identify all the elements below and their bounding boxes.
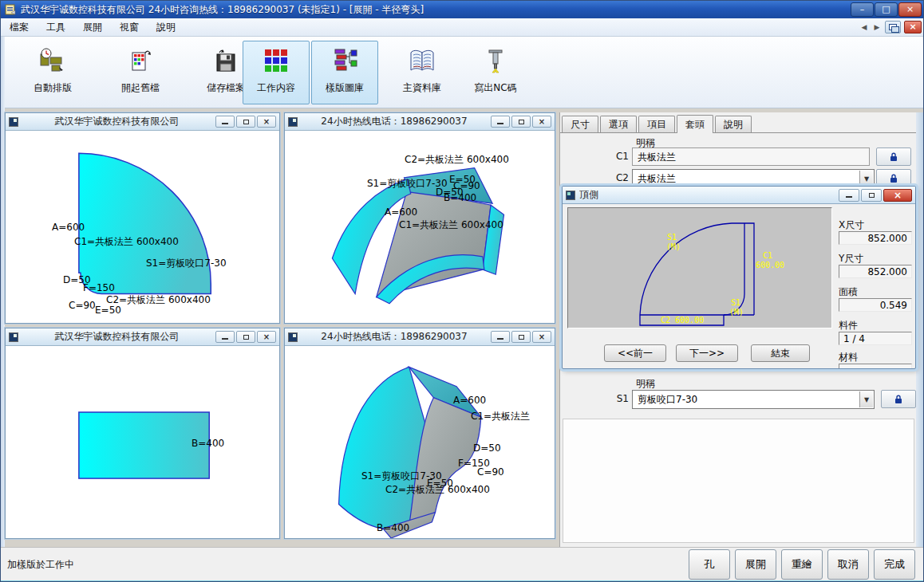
template-library-button[interactable]: 樣版圖庫: [311, 41, 378, 104]
menu-file[interactable]: 檔案: [1, 18, 38, 37]
tab-size[interactable]: 尺寸: [562, 116, 598, 132]
close-button[interactable]: ×: [883, 189, 912, 202]
menu-help[interactable]: 說明: [148, 18, 184, 37]
done-button[interactable]: 完成: [874, 549, 915, 580]
viewport-title-bar[interactable]: 24小时热线电话：18986290037 ×: [285, 113, 555, 131]
drawing-label: C2=共板法兰 600x400: [385, 485, 490, 495]
menu-tools[interactable]: 工具: [38, 18, 74, 37]
save-file-icon: [211, 46, 240, 77]
drawing-label: (M): [666, 243, 681, 252]
menu-window[interactable]: 視窗: [111, 18, 148, 37]
viewport-title-bar[interactable]: 武汉华宇诚数控科技有限公司 ×: [6, 328, 279, 346]
write-nc-button[interactable]: 寫出NC碼: [462, 41, 529, 104]
work-content-button[interactable]: 工作内容: [243, 41, 310, 104]
part-count-field[interactable]: 1 / 4: [839, 332, 912, 345]
c1-value-field[interactable]: 共板法兰: [632, 147, 870, 166]
c1-lock-button[interactable]: [876, 147, 911, 166]
mdi-close-button[interactable]: ×: [904, 21, 922, 33]
close-button[interactable]: ×: [898, 2, 922, 17]
viewport-title-bar[interactable]: 24小时热线电话：18986290037 ×: [285, 328, 555, 346]
main-database-button[interactable]: 主資料庫: [389, 41, 456, 104]
y-size-label: Y尺寸: [839, 252, 863, 265]
minimize-button[interactable]: [839, 189, 859, 202]
drawing-label: S1=剪板咬口7-30: [146, 258, 227, 269]
maximize-button[interactable]: □: [875, 2, 898, 17]
tab-items[interactable]: 項目: [638, 116, 675, 132]
preview-dialog: 頂側 × S1(M)C1600.00S1(M)C2 600.00 X尺寸 852…: [562, 186, 916, 369]
viewport-title-bar[interactable]: 武汉华宇诚数控科技有限公司 ×: [6, 113, 279, 131]
minimize-button[interactable]: –: [851, 2, 874, 17]
main-database-icon: [408, 46, 436, 77]
restore-button[interactable]: [511, 331, 531, 343]
x-size-field[interactable]: 852.000: [839, 231, 912, 245]
finish-button[interactable]: 結束: [751, 344, 810, 362]
cancel-button[interactable]: 取消: [827, 549, 869, 580]
drawing-canvas[interactable]: B=400: [6, 346, 279, 538]
nav-forward-icon[interactable]: ▶: [872, 23, 882, 31]
minimize-button[interactable]: [215, 116, 235, 128]
toolbar-button-label: 開起舊檔: [121, 81, 160, 95]
s1-value: 剪板咬口7-30: [638, 394, 697, 405]
drawing-canvas[interactable]: A=600C1=共板法兰 600x400S1=剪板咬口7-30D=50F=150…: [6, 131, 279, 323]
pattern-preview-canvas[interactable]: S1(M)C1600.00S1(M)C2 600.00: [567, 207, 832, 328]
restore-button[interactable]: [236, 331, 255, 343]
drawing-label: D=50: [473, 443, 501, 454]
title-bar[interactable]: 武汉华宇诚数控科技有限公司 24小时咨询热线：18986290037 (未指定1…: [1, 1, 924, 18]
dialog-icon: [566, 191, 575, 200]
toolbar-button-label: 寫出NC碼: [474, 81, 516, 95]
menu-unfold[interactable]: 展開: [74, 18, 111, 37]
s1-lock-button[interactable]: [881, 390, 916, 408]
unfold-button[interactable]: 展開: [735, 549, 776, 580]
drawing-canvas[interactable]: A=600C1=共板法兰D=50F=150C=90S1=剪板咬口7-30E=50…: [285, 346, 555, 538]
auto-nest-button[interactable]: 自動排版: [19, 41, 86, 104]
area-field[interactable]: 0.549: [839, 298, 912, 312]
panel-empty-area: [563, 419, 914, 543]
app-icon: [4, 3, 17, 16]
lock-icon: [893, 394, 904, 405]
drawing-label: C=90: [477, 467, 504, 478]
close-button[interactable]: ×: [257, 116, 276, 128]
restore-button[interactable]: [861, 189, 882, 202]
drawing-label: B=400: [192, 438, 224, 449]
tab-notes[interactable]: 說明: [715, 116, 752, 132]
dialog-title: 頂側: [579, 188, 837, 202]
material-field[interactable]: [839, 364, 912, 369]
restore-button[interactable]: [236, 116, 255, 128]
next-button[interactable]: 下一>>: [676, 344, 738, 362]
drawing-label: C1: [763, 252, 772, 261]
close-button[interactable]: ×: [532, 116, 551, 128]
tab-options[interactable]: 選項: [600, 116, 637, 132]
drawing-label: A=600: [453, 395, 486, 406]
s1-value-combo[interactable]: 剪板咬口7-30 ▼: [632, 390, 875, 409]
close-button[interactable]: ×: [257, 331, 276, 343]
tab-connector[interactable]: 套頭: [677, 115, 713, 133]
toolbar-button-label: 樣版圖庫: [326, 81, 364, 95]
c2-lock-button[interactable]: [876, 169, 911, 187]
drawing-label: C2=共板法兰 600x400: [405, 155, 509, 165]
y-size-field[interactable]: 852.000: [839, 265, 912, 278]
chevron-down-icon[interactable]: ▼: [859, 391, 873, 407]
viewport-title: 武汉华宇诚数控科技有限公司: [18, 115, 215, 128]
drawing-label: A=600: [52, 222, 85, 233]
open-file-button[interactable]: 開起舊檔: [107, 41, 174, 104]
drawing-label: (M): [729, 309, 744, 317]
minimize-button[interactable]: [491, 116, 510, 128]
application-window: 武汉华宇诚数控科技有限公司 24小时咨询热线：18986290037 (未指定1…: [0, 0, 924, 582]
chevron-down-icon[interactable]: ▼: [859, 171, 873, 187]
previous-button[interactable]: <<前一: [604, 344, 666, 362]
dialog-title-bar[interactable]: 頂側 ×: [563, 187, 915, 204]
part-count-label: 料件: [839, 319, 858, 332]
restore-button[interactable]: [511, 116, 531, 128]
hole-button[interactable]: 孔: [689, 549, 730, 580]
viewport-window-3d-top: 24小时热线电话：18986290037 × C2=共板法兰 600x4: [284, 112, 555, 324]
close-button[interactable]: ×: [532, 331, 551, 343]
mdi-restore-button[interactable]: [885, 21, 901, 33]
viewport-window-side-pattern: 武汉华宇诚数控科技有限公司 × B=400: [5, 328, 280, 539]
drawing-label: S1: [731, 299, 740, 308]
minimize-button[interactable]: [491, 331, 510, 343]
drawing-canvas[interactable]: C2=共板法兰 600x400S1=剪板咬口7-30E=50C=90D=50B=…: [285, 131, 555, 323]
redraw-button[interactable]: 重繪: [781, 549, 823, 580]
minimize-button[interactable]: [215, 331, 235, 343]
nav-back-icon[interactable]: ◀: [859, 23, 869, 31]
toolbar-button-label: 主資料庫: [403, 81, 441, 95]
